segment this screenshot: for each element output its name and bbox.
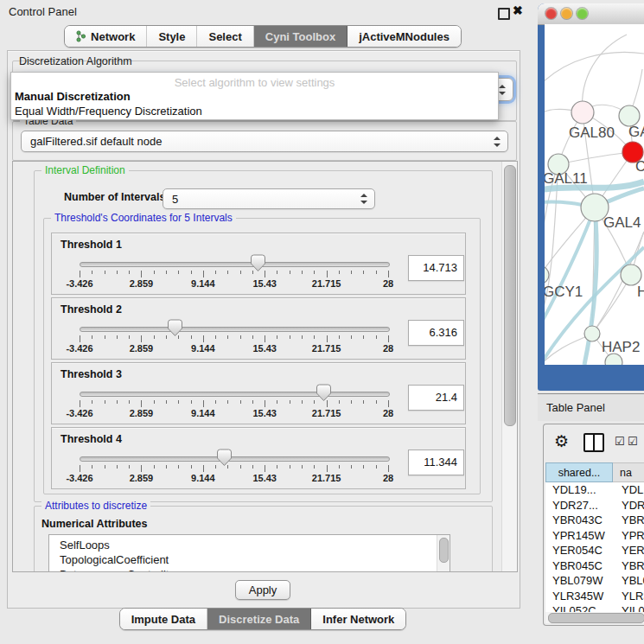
tick-mark [129,335,130,339]
scrollbar-thumb[interactable] [504,165,516,426]
tab-infer-network[interactable]: Infer Network [311,609,405,629]
cell-name[interactable]: YIL0 [618,604,644,612]
tick-mark [203,400,204,407]
tick-label: 2.859 [130,408,154,418]
network-graph[interactable]: GAL80GACGAL11GAL4GCY1HHAP2 [545,24,644,365]
tick-label: 28 [383,343,393,354]
tick-mark [166,271,167,274]
tick-mark [227,271,228,274]
cell-shared-name[interactable]: YBR045C [545,559,618,572]
network-node-pink[interactable] [571,101,594,124]
tab-discretize-data[interactable]: Discretize Data [207,609,311,629]
settings-scrollbar[interactable] [501,162,517,571]
tab-style[interactable]: Style [147,26,197,47]
slider-thumb[interactable] [216,449,233,467]
network-edge[interactable] [583,35,627,112]
tab-jactivemnodules[interactable]: jActiveMNodules [348,26,461,47]
slider-track[interactable] [80,262,390,267]
table-row[interactable]: YDR27...YDR2 [545,498,644,513]
cell-shared-name[interactable]: YIL052C [545,604,618,612]
numerical-attributes-list[interactable]: SelfLoops TopologicalCoefficient Between… [48,534,450,572]
cell-name[interactable]: YER0 [618,544,644,557]
threshold-value[interactable]: 14.713 [408,255,464,281]
network-node-green[interactable] [621,265,641,285]
table-row[interactable]: YER054CYER0 [545,543,644,558]
table-row[interactable]: YIL052CYIL0 [545,603,644,612]
cell-name[interactable]: YBL0 [618,574,644,587]
cell-name[interactable]: YDL1 [618,483,644,496]
table-row[interactable]: YBL079WYBL0 [545,573,644,589]
control-panel-titlebar: Control Panel ✖ [0,0,526,24]
threshold-label: Threshold 1 [61,239,122,251]
network-node-green[interactable] [545,266,549,284]
checkbox-icon[interactable]: ☑ [628,435,638,448]
apply-button[interactable]: Apply [235,580,290,600]
split-columns-icon[interactable] [583,433,604,452]
cell-shared-name[interactable]: YBR043C [545,513,618,526]
cell-name[interactable]: YLR3 [618,590,644,603]
network-view-window[interactable]: GAL80GACGAL11GAL4GCY1HHAP2 [538,3,644,391]
network-node-green[interactable] [584,326,600,341]
cell-name[interactable]: YBR0 [618,513,644,526]
network-edge-thick[interactable] [545,207,595,325]
tab-select[interactable]: Select [197,26,253,47]
close-traffic-light[interactable] [545,8,557,19]
attribute-item[interactable]: SelfLoops [49,538,450,552]
table-data-combobox[interactable]: galFiltered.sif default node [21,131,508,152]
scrollbar-thumb[interactable] [439,538,449,563]
gear-icon[interactable]: ⚙ [554,431,569,451]
cell-shared-name[interactable]: YBL079W [545,574,618,587]
slider-thumb[interactable] [250,254,266,272]
network-edge[interactable] [558,152,633,164]
tick-mark [327,335,328,342]
cell-shared-name[interactable]: YLR345W [545,590,618,603]
network-edge[interactable] [545,53,644,86]
cell-name[interactable]: YPR1 [618,529,644,542]
attributes-scrollbar[interactable] [437,535,450,572]
cell-shared-name[interactable]: YER054C [545,544,618,557]
control-panel-title: Control Panel [9,0,77,24]
table-horizontal-scrollbar[interactable] [545,612,644,623]
checkbox-icon[interactable]: ☑ [615,435,625,448]
column-header-name[interactable]: na [613,462,644,482]
tab-cyni-toolbox[interactable]: Cyni Toolbox [254,26,348,47]
network-canvas[interactable]: GAL80GACGAL11GAL4GCY1HHAP2 [545,24,644,365]
table-row[interactable]: YBR043CYBR0 [545,513,644,528]
minimize-traffic-light[interactable] [561,8,572,19]
number-of-intervals-combobox[interactable]: 5 [163,188,375,209]
network-window-titlebar[interactable] [538,3,644,25]
table-row[interactable]: YPR145WYPR1 [545,528,644,544]
cell-name[interactable]: YDR2 [618,499,644,512]
table-row[interactable]: YBR045CYBR0 [545,558,644,574]
tab-impute-data[interactable]: Impute Data [120,609,207,629]
tick-label: 15.43 [252,408,277,418]
slider-track[interactable] [80,392,390,397]
attribute-item[interactable]: BetweennessCentrality [49,567,450,572]
close-icon[interactable]: ✖ [513,3,523,17]
threshold-value[interactable]: 6.316 [408,320,464,346]
cell-shared-name[interactable]: YDR27... [545,499,618,512]
popup-option-manual-discretization[interactable]: Manual Discretization [15,90,131,103]
tick-mark [80,465,80,472]
slider-track[interactable] [80,327,390,332]
zoom-traffic-light[interactable] [577,8,588,19]
slider-thumb[interactable] [316,384,332,402]
cell-shared-name[interactable]: YPR145W [545,529,618,542]
threshold-value[interactable]: 21.4 [408,385,464,411]
algorithm-hint: Select algorithm to view settings [11,76,498,89]
slider-track[interactable] [80,456,390,462]
column-header-shared-name[interactable]: shared... [545,462,613,482]
slider-thumb[interactable] [167,319,183,337]
float-window-icon[interactable] [498,8,510,20]
cell-name[interactable]: YBR0 [618,559,644,572]
tick-mark [178,271,179,274]
threshold-value[interactable]: 11.344 [408,450,464,475]
scrollbar-thumb[interactable] [548,613,644,623]
table-rows[interactable]: YDL19...YDL1YDR27...YDR2YBR043CYBR0YPR14… [545,482,644,612]
attribute-item[interactable]: TopologicalCoefficient [49,552,450,567]
tab-network[interactable]: Network [65,26,147,47]
popup-option-equal-width-frequency[interactable]: Equal Width/Frequency Discretization [15,105,202,118]
cell-shared-name[interactable]: YDL19... [545,483,618,496]
table-row[interactable]: YLR345WYLR3 [545,589,644,604]
table-row[interactable]: YDL19...YDL1 [545,482,644,498]
